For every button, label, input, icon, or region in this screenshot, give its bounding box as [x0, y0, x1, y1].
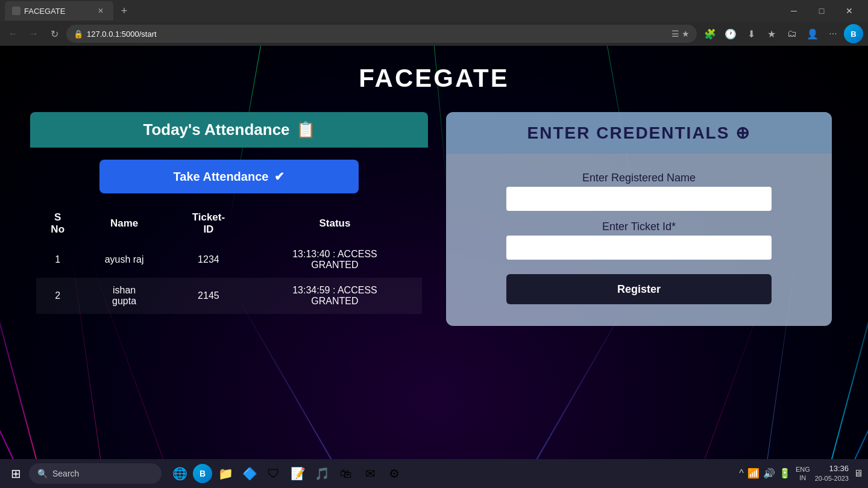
- address-bar: ← → ↻ 🔒 127.0.0.1:5000/start ☰ ★ 🧩 🕐 ⬇ ★…: [0, 22, 868, 46]
- cell-ticket: 1234: [169, 242, 248, 278]
- ticket-field-group: Enter Ticket Id*: [506, 221, 772, 260]
- credentials-form: Enter Registered Name Enter Ticket Id* R…: [446, 154, 832, 322]
- attendance-panel-header: Today's Attendance 📋: [30, 112, 428, 148]
- ticket-field-label: Enter Ticket Id*: [506, 221, 772, 233]
- attendance-table: SNo Name Ticket-ID Status 1 ayush raj 12…: [36, 205, 422, 314]
- url-text: 127.0.0.1:5000/start: [87, 30, 157, 39]
- refresh-button[interactable]: ↻: [46, 25, 63, 42]
- main-layout: Today's Attendance 📋 Take Attendance ✔ S…: [30, 112, 838, 326]
- maximize-button[interactable]: □: [808, 0, 835, 22]
- active-tab[interactable]: FACEGATE ✕: [5, 1, 113, 20]
- bing-button[interactable]: B: [844, 24, 863, 43]
- taskbar-search-text: Search: [52, 469, 79, 478]
- back-button[interactable]: ←: [5, 25, 22, 42]
- attendance-clipboard-icon: 📋: [296, 120, 315, 139]
- volume-icon[interactable]: 🔊: [763, 468, 775, 479]
- chevron-up-icon[interactable]: ^: [739, 468, 744, 479]
- date-text: 20-05-2023: [815, 474, 849, 483]
- taskbar-browser-icon[interactable]: 🌐: [169, 463, 190, 484]
- name-input[interactable]: [506, 187, 772, 211]
- taskbar-right-area: ^ 📶 🔊 🔋 ENGIN 13:36 20-05-2023 🖥: [739, 463, 863, 484]
- window-controls: ─ □ ✕: [780, 0, 863, 22]
- taskbar-shield-icon[interactable]: 🛡: [263, 463, 285, 484]
- attendance-panel-body: Take Attendance ✔ SNo Name Ticket-ID Sta…: [30, 148, 428, 326]
- time-text: 13:36: [815, 463, 849, 474]
- cell-sno: 1: [36, 242, 79, 278]
- taskbar: ⊞ 🔍 Search 🌐 B 📁 🔷 🛡 📝 🎵 🛍 ✉ ⚙ ^ 📶 🔊 🔋 E: [0, 459, 868, 488]
- lang-display: ENGIN: [796, 465, 810, 483]
- credentials-settings-icon: ⊕: [735, 123, 750, 143]
- taskbar-pinned-apps: 🌐 B 📁 🔷 🛡 📝 🎵 🛍 ✉ ⚙: [169, 463, 405, 484]
- col-status: Status: [248, 205, 422, 242]
- app-title: FACEGATE: [359, 64, 509, 93]
- cell-status: 13:34:59 : ACCESSGRANTED: [248, 278, 422, 314]
- url-bar-icons: ☰ ★: [671, 29, 690, 39]
- register-button[interactable]: Register: [506, 274, 772, 304]
- name-field-group: Enter Registered Name: [506, 172, 772, 211]
- notification-icon[interactable]: 🖥: [854, 468, 863, 479]
- forward-button[interactable]: →: [25, 25, 42, 42]
- take-attendance-button[interactable]: Take Attendance ✔: [99, 160, 359, 193]
- tab-title: FACEGATE: [24, 7, 65, 16]
- attendance-title: Today's Attendance: [143, 120, 289, 139]
- cell-ticket: 2145: [169, 278, 248, 314]
- more-menu-button[interactable]: ···: [823, 24, 843, 43]
- taskbar-edge-icon[interactable]: 🔷: [239, 463, 260, 484]
- reader-icon[interactable]: ☰: [671, 29, 679, 39]
- star-icon[interactable]: ★: [682, 29, 690, 39]
- battery-icon[interactable]: 🔋: [779, 468, 791, 479]
- collections-icon[interactable]: 🗂: [782, 24, 802, 43]
- credentials-panel: ENTER CREDENTIALS ⊕ Enter Registered Nam…: [446, 112, 832, 326]
- table-header-row: SNo Name Ticket-ID Status: [36, 205, 422, 242]
- table-row: 2 ishangupta 2145 13:34:59 : ACCESSGRANT…: [36, 278, 422, 314]
- tab-bar: FACEGATE ✕ + ─ □ ✕: [0, 0, 868, 22]
- system-tray: ^ 📶 🔊 🔋: [739, 468, 791, 479]
- check-icon: ✔: [274, 169, 285, 184]
- name-field-label: Enter Registered Name: [506, 172, 772, 184]
- credentials-title: ENTER CREDENTIALS: [527, 124, 730, 143]
- clock-display: 13:36 20-05-2023: [815, 463, 849, 484]
- cell-sno: 2: [36, 278, 79, 314]
- taskbar-files-icon[interactable]: 📁: [215, 463, 236, 484]
- taskbar-music-icon[interactable]: 🎵: [311, 463, 333, 484]
- table-row: 1 ayush raj 1234 13:13:40 : ACCESSGRANTE…: [36, 242, 422, 278]
- taskbar-settings-icon[interactable]: ⚙: [383, 463, 405, 484]
- credentials-panel-header: ENTER CREDENTIALS ⊕: [446, 112, 832, 154]
- col-sno: SNo: [36, 205, 79, 242]
- toolbar-icons: 🧩 🕐 ⬇ ★ 🗂 👤 ··· B: [700, 24, 863, 43]
- taskbar-search-bar[interactable]: 🔍 Search: [29, 463, 162, 484]
- favorites-icon[interactable]: ★: [762, 24, 781, 43]
- new-tab-button[interactable]: +: [116, 2, 133, 19]
- lock-icon: 🔒: [74, 30, 83, 39]
- tab-favicon: [12, 7, 20, 15]
- wifi-icon[interactable]: 📶: [747, 468, 760, 479]
- history-icon[interactable]: 🕐: [721, 24, 740, 43]
- taskbar-search-icon: 🔍: [37, 469, 48, 478]
- col-ticket: Ticket-ID: [169, 205, 248, 242]
- start-button[interactable]: ⊞: [5, 463, 27, 484]
- tab-close-button[interactable]: ✕: [95, 5, 106, 16]
- url-input[interactable]: 🔒 127.0.0.1:5000/start ☰ ★: [66, 25, 697, 43]
- taskbar-code-icon[interactable]: 📝: [287, 463, 309, 484]
- taskbar-bag-icon[interactable]: 🛍: [335, 463, 357, 484]
- downloads-icon[interactable]: ⬇: [741, 24, 761, 43]
- minimize-button[interactable]: ─: [780, 0, 808, 22]
- taskbar-mail-icon[interactable]: ✉: [359, 463, 381, 484]
- cell-status: 13:13:40 : ACCESSGRANTED: [248, 242, 422, 278]
- cell-name: ayush raj: [79, 242, 169, 278]
- attendance-panel: Today's Attendance 📋 Take Attendance ✔ S…: [30, 112, 428, 326]
- ticket-input[interactable]: [506, 236, 772, 260]
- close-button[interactable]: ✕: [835, 0, 863, 22]
- take-attendance-label: Take Attendance: [174, 170, 269, 184]
- page-content: FACEGATE Today's Attendance 📋 Take Atten…: [0, 46, 868, 488]
- profile-icon[interactable]: 👤: [803, 24, 822, 43]
- taskbar-bing-icon[interactable]: B: [193, 464, 212, 483]
- col-name: Name: [79, 205, 169, 242]
- cell-name: ishangupta: [79, 278, 169, 314]
- extensions-icon[interactable]: 🧩: [700, 24, 720, 43]
